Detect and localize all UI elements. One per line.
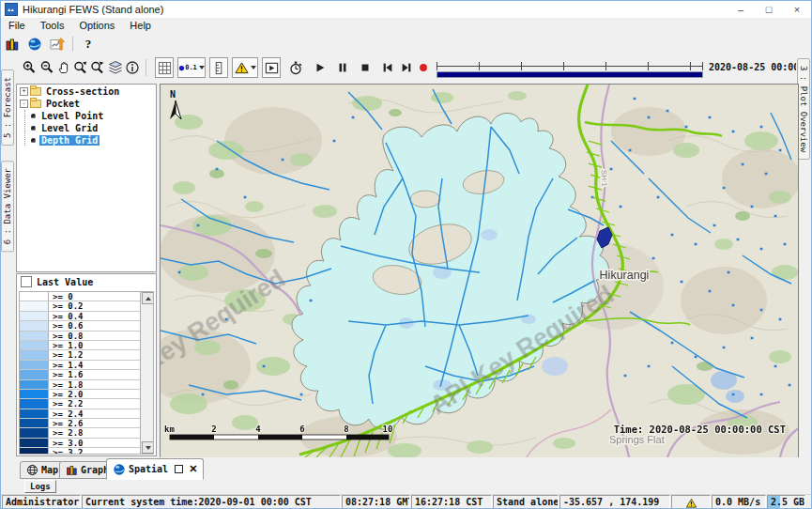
time-control-icon[interactable] [286,57,305,78]
svg-text:10: 10 [383,424,393,434]
expander-icon[interactable]: - [20,100,28,108]
legend-row[interactable]: >= 2.6 [20,419,141,428]
tab-forecast[interactable]: 5 : Forecast [1,69,14,146]
scroll-up-icon[interactable] [142,292,154,304]
layer-tree-panel: + Cross-section - Pocket Level Point Lev… [16,84,157,272]
tree-item-depth-grid[interactable]: Depth Grid [31,134,156,146]
menu-help[interactable]: Help [122,20,159,31]
legend-color-swatch [20,370,49,378]
legend-row[interactable]: >= 3.0 [20,439,141,448]
tree-item-cross-section[interactable]: + Cross-section [20,85,156,97]
bar-chart-icon [66,464,78,476]
play-button[interactable] [311,57,329,78]
explorer-icon[interactable] [1,35,23,54]
timeline-period-bar[interactable] [437,71,703,78]
legend-color-swatch [20,399,49,408]
menu-options[interactable]: Options [71,20,122,31]
zoom-previous-icon[interactable] [71,57,90,78]
legend-row[interactable]: >= 1.4 [20,361,141,370]
animation-window-icon[interactable] [262,57,281,78]
menu-file[interactable]: File [1,20,33,31]
zoom-in-icon[interactable] [20,57,38,78]
legend-color-swatch [20,428,49,437]
legend-row[interactable]: >= 2.2 [20,399,141,409]
point-size-dropdown[interactable]: 0.1 [177,57,206,78]
title-bar: Hikurangi FEWS (Stand alone) – □ × [1,1,811,19]
legend-row[interactable]: >= 1.6 [20,370,141,379]
legend-row[interactable]: >= 0.2 [20,301,141,311]
last-value-checkbox[interactable] [21,276,32,287]
zoom-next-icon[interactable] [88,57,107,78]
globe-wireframe-icon [26,464,38,476]
maximize-tab-icon[interactable] [175,465,183,473]
layers-icon[interactable] [106,57,125,78]
pan-hand-icon[interactable] [54,57,73,78]
tree-item-pocket[interactable]: - Pocket [20,98,156,109]
maximize-button[interactable]: □ [755,1,783,18]
legend-row[interactable]: >= 0 [20,292,141,301]
close-button[interactable]: × [783,1,811,18]
bullet-icon [31,138,36,143]
warnings-dropdown[interactable] [232,57,258,78]
legend-row[interactable]: >= 3.2 [20,448,141,455]
logs-button[interactable]: Logs [24,480,56,493]
legend-color-swatch [20,419,49,427]
legend-row[interactable]: >= 1.2 [20,350,141,360]
skip-start-button[interactable] [378,57,397,78]
menu-bar: File Tools Options Help [1,18,811,34]
timeline-slider[interactable] [437,59,703,78]
legend-row[interactable]: >= 1.0 [20,341,141,350]
bullet-icon [31,114,36,118]
road-label: SH 1 [599,170,608,188]
minimize-button[interactable]: – [727,1,755,18]
svg-text:8: 8 [344,424,348,434]
legend-color-swatch [20,321,49,330]
legend-row[interactable]: >= 0.6 [20,321,141,331]
expander-icon[interactable]: + [20,87,28,96]
scalebar-icon[interactable] [209,57,228,78]
help-icon[interactable]: ? [77,35,100,54]
pause-button[interactable] [333,57,352,78]
close-tab-icon[interactable]: ✕ [189,463,197,475]
menu-tools[interactable]: Tools [33,20,72,31]
legend-panel: Last Value >= 0 >= 0.2 >= 0.4 >= 0.6 >= … [16,273,157,456]
svg-text:4: 4 [255,424,261,434]
tab-plot-overview[interactable]: 3 : Plot Overview [797,58,810,160]
map-canvas[interactable]: API Key Required API Key Required N Hiku… [160,84,799,458]
town-label: Hikurangi [600,269,650,282]
last-value-label: Last Value [37,277,93,287]
legend-color-swatch [20,439,49,447]
timeline-rail[interactable] [437,62,703,70]
globe-icon[interactable] [23,35,46,54]
info-icon[interactable] [123,57,142,78]
legend-row[interactable]: >= 2.8 [20,428,141,438]
map-time-overlay: Time: 2020-08-25 00:00:00 CST [614,424,786,435]
grid-toggle-icon[interactable] [155,57,174,78]
tab-data-viewer[interactable]: 6 : Data Viewer [1,161,14,252]
status-local-time: 16:27:18 CST [411,495,492,509]
legend-row[interactable]: >= 0.4 [20,312,141,321]
legend-row[interactable]: >= 2.4 [20,409,141,419]
scroll-down-icon[interactable] [142,441,154,454]
record-button[interactable] [416,57,431,78]
chevron-down-icon [251,66,256,69]
tree-item-level-grid[interactable]: Level Grid [31,122,156,133]
legend-row[interactable]: >= 0.8 [20,332,141,341]
app-icon [5,3,18,16]
legend-color-swatch [20,361,49,369]
tab-spatial[interactable]: Spatial ✕ [106,458,204,480]
legend-row[interactable]: >= 1.8 [20,380,141,390]
legend-row[interactable]: >= 2.0 [20,390,141,399]
skip-end-button[interactable] [397,57,416,78]
stop-button[interactable] [356,57,375,78]
status-warning[interactable] [671,495,711,509]
chevron-down-icon [199,66,205,69]
logs-row: Logs [1,480,811,494]
spatial-display-icon[interactable] [46,35,69,54]
application-window: Hikurangi FEWS (Stand alone) – □ × File … [0,0,812,509]
legend-scrollbar[interactable] [140,292,153,454]
status-coordinates: -35.657 , 174.199 [559,495,670,509]
tab-map[interactable]: Map [20,461,65,479]
zoom-out-icon[interactable] [38,57,56,78]
tree-item-level-point[interactable]: Level Point [31,110,156,121]
